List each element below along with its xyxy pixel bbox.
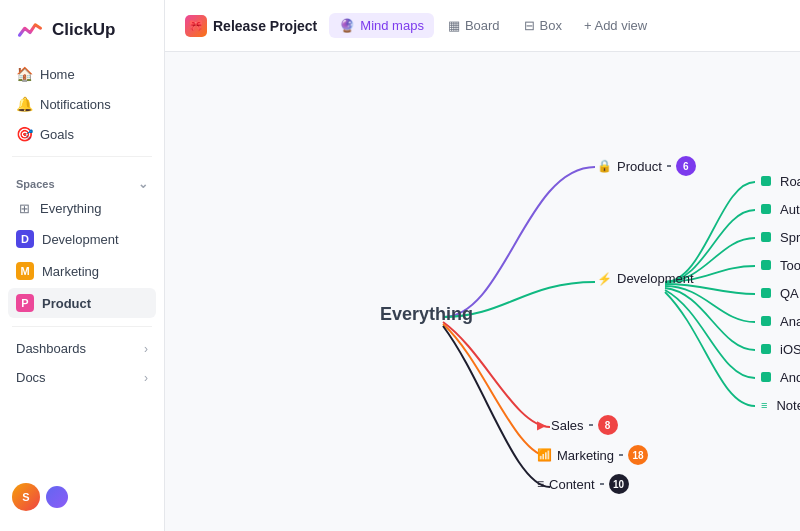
add-view-button[interactable]: + Add view (576, 13, 655, 38)
everything-label: Everything (40, 201, 101, 216)
sprints-label: Sprints (780, 230, 800, 245)
marketing-node-label: Marketing (557, 448, 614, 463)
development-label: Development (42, 232, 119, 247)
secondary-avatar[interactable] (46, 486, 68, 508)
tab-box[interactable]: ⊟ Box (514, 13, 572, 38)
board-icon: ▦ (448, 18, 460, 33)
node-notes[interactable]: ≡ Notes 8 (761, 395, 800, 415)
qa-icon (761, 288, 771, 298)
node-automation[interactable]: Automation 6 (761, 199, 800, 219)
line-root-product (443, 167, 595, 317)
spaces-nav: ⊞ Everything D Development M Marketing P… (0, 195, 164, 318)
bell-icon: 🔔 (16, 96, 32, 112)
node-sales[interactable]: ▶ Sales 8 (537, 415, 618, 435)
mindmap-canvas: Everything 🔒 Product 6 ⚡ Development ▶ S… (165, 52, 800, 531)
tab-board[interactable]: ▦ Board (438, 13, 510, 38)
sales-label: Sales (551, 418, 584, 433)
root-label: Everything (380, 304, 473, 325)
tab-mind-maps[interactable]: 🔮 Mind maps (329, 13, 434, 38)
node-root[interactable]: Everything (380, 304, 473, 325)
node-marketing[interactable]: 📶 Marketing 18 (537, 445, 648, 465)
node-roadmap[interactable]: Roadmap 11 (761, 171, 800, 191)
home-icon: 🏠 (16, 66, 32, 82)
node-sprints[interactable]: Sprints 11 (761, 227, 800, 247)
sidebar-item-notifications[interactable]: 🔔 Notifications (8, 90, 156, 118)
mind-maps-icon: 🔮 (339, 18, 355, 33)
add-view-label: + Add view (584, 18, 647, 33)
main-content: 🎀 Release Project 🔮 Mind maps ▦ Board ⊟ … (165, 0, 800, 531)
ios-icon (761, 344, 771, 354)
header: 🎀 Release Project 🔮 Mind maps ▦ Board ⊟ … (165, 0, 800, 52)
top-nav: 🏠 Home 🔔 Notifications 🎯 Goals (0, 60, 164, 148)
dashboards-label: Dashboards (16, 341, 86, 356)
ios-label: iOS (780, 342, 800, 357)
sidebar-item-docs[interactable]: Docs › (8, 364, 156, 391)
marketing-icon: 📶 (537, 448, 552, 462)
line-root-content (443, 326, 550, 487)
node-content[interactable]: ≡ Content 10 (537, 474, 629, 494)
node-analytics[interactable]: Analytics 5 (761, 311, 800, 331)
sidebar-item-marketing[interactable]: M Marketing (8, 256, 156, 286)
sprints-icon (761, 232, 771, 242)
chevron-icon: ⌄ (138, 177, 148, 191)
spaces-label: Spaces (16, 178, 55, 190)
project-title: Release Project (213, 18, 317, 34)
roadmap-icon (761, 176, 771, 186)
dashboards-chevron: › (144, 342, 148, 356)
android-icon (761, 372, 771, 382)
node-product[interactable]: 🔒 Product 6 (597, 156, 696, 176)
grid-icon: ⊞ (16, 201, 32, 216)
sales-badge: 8 (598, 415, 618, 435)
node-development[interactable]: ⚡ Development (597, 271, 694, 286)
sidebar-item-home[interactable]: 🏠 Home (8, 60, 156, 88)
marketing-label: Marketing (42, 264, 99, 279)
roadmap-label: Roadmap (780, 174, 800, 189)
sidebar: ClickUp 🏠 Home 🔔 Notifications 🎯 Goals S… (0, 0, 165, 531)
product-node-icon: 🔒 (597, 159, 612, 173)
marketing-badge: M (16, 262, 34, 280)
analytics-label: Analytics (780, 314, 800, 329)
notes-label: Notes (776, 398, 800, 413)
line-dev-notes (665, 292, 755, 406)
sidebar-item-goals[interactable]: 🎯 Goals (8, 120, 156, 148)
sidebar-item-development[interactable]: D Development (8, 224, 156, 254)
notifications-label: Notifications (40, 97, 111, 112)
home-label: Home (40, 67, 75, 82)
clickup-logo-icon (16, 16, 44, 44)
divider-1 (12, 156, 152, 157)
content-icon: ≡ (537, 477, 544, 491)
divider-2 (12, 326, 152, 327)
project-icon: 🎀 (185, 15, 207, 37)
goals-icon: 🎯 (16, 126, 32, 142)
node-tooling[interactable]: Tooling 5 (761, 255, 800, 275)
board-label: Board (465, 18, 500, 33)
mind-maps-label: Mind maps (360, 18, 424, 33)
analytics-icon (761, 316, 771, 326)
product-badge-count: 6 (676, 156, 696, 176)
qa-label: QA (780, 286, 799, 301)
user-avatar[interactable]: S (12, 483, 40, 511)
project-name: 🎀 Release Project (185, 15, 317, 37)
marketing-badge: 18 (628, 445, 648, 465)
node-android[interactable]: Android 4 (761, 367, 800, 387)
automation-label: Automation (780, 202, 800, 217)
sidebar-item-product[interactable]: P Product (8, 288, 156, 318)
automation-icon (761, 204, 771, 214)
secondary-nav: Dashboards › Docs › (0, 335, 164, 391)
node-qa[interactable]: QA 11 (761, 283, 800, 303)
product-label: Product (42, 296, 91, 311)
node-ios[interactable]: iOS 1 (761, 339, 800, 359)
tooling-label: Tooling (780, 258, 800, 273)
content-label: Content (549, 477, 595, 492)
docs-label: Docs (16, 370, 46, 385)
product-node-label: Product (617, 159, 662, 174)
content-badge: 10 (609, 474, 629, 494)
sidebar-item-everything[interactable]: ⊞ Everything (8, 195, 156, 222)
mindmap-svg (165, 52, 800, 531)
tooling-icon (761, 260, 771, 270)
development-node-label: Development (617, 271, 694, 286)
logo-area: ClickUp (0, 12, 164, 60)
sidebar-item-dashboards[interactable]: Dashboards › (8, 335, 156, 362)
docs-chevron: › (144, 371, 148, 385)
android-label: Android (780, 370, 800, 385)
